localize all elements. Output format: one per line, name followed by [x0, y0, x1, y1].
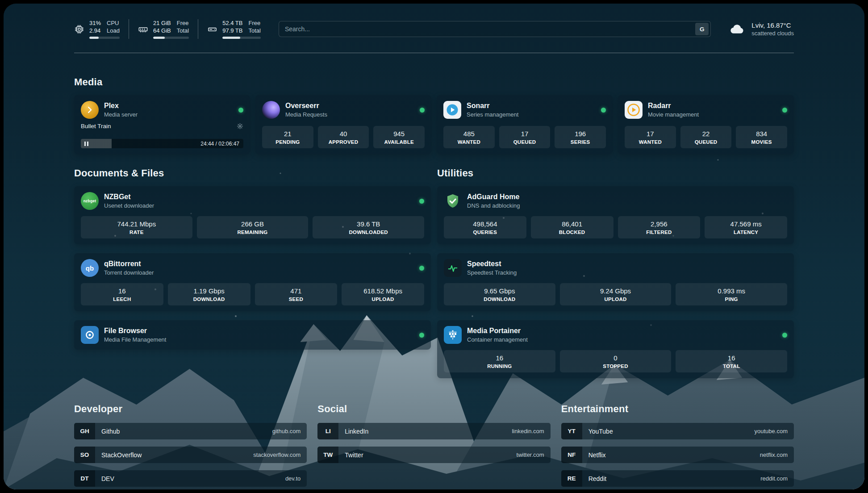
status-dot [782, 108, 787, 113]
stat-box: 1.19 Gbps DOWNLOAD [168, 283, 250, 305]
stat-box: 0.993 ms PING [676, 283, 787, 305]
playback-time: 24:44 / 02:06:47 [200, 141, 239, 147]
app-card-qbittorrent[interactable]: qb qBittorrent Torrent downloader 16 [74, 253, 431, 311]
stat-value: 0.993 ms [677, 287, 785, 295]
app-card-filebrowser[interactable]: File Browser Media File Management [74, 320, 431, 350]
app-name: Radarr [648, 102, 699, 110]
app-name: Sonarr [467, 102, 518, 110]
bookmark-abbr: RE [561, 470, 582, 487]
stat-label: TOTAL [677, 363, 785, 369]
gear-icon[interactable] [237, 123, 243, 130]
bookmark-abbr: SO [74, 447, 95, 463]
app-description: Media server [104, 111, 138, 118]
stat-value: 2,956 [620, 220, 699, 228]
media-section-title: Media [74, 76, 794, 88]
bookmark-linkedin[interactable]: LI LinkedIn linkedin.com [317, 423, 550, 439]
stat-label: RUNNING [446, 363, 554, 369]
overseerr-icon [262, 101, 280, 119]
stat-label: DOWNLOAD [446, 297, 554, 302]
bookmark-url: linkedin.com [512, 428, 544, 435]
search-engine-button[interactable]: G [695, 23, 709, 35]
app-card-portainer[interactable]: Media Portainer Container management 16 … [437, 320, 794, 378]
bookmark-name: Netflix [588, 451, 606, 459]
status-dot [782, 333, 787, 338]
status-dot [420, 108, 425, 113]
status-dot [419, 266, 424, 271]
stat-box: 834 MOVIES [736, 126, 787, 148]
stat-box: 471 SEED [255, 283, 338, 305]
cloud-icon [729, 21, 746, 38]
bookmark-github[interactable]: GH Github github.com [74, 423, 307, 439]
stat-box: 16 TOTAL [676, 350, 787, 372]
app-name: Overseerr [285, 102, 327, 110]
bookmark-name: DEV [101, 475, 114, 482]
bookmark-netflix[interactable]: NF Netflix netflix.com [561, 447, 794, 463]
stat-label: UPLOAD [343, 297, 422, 302]
stat-box: 9.24 Gbps UPLOAD [560, 283, 672, 305]
stat-label: PENDING [264, 139, 312, 145]
stat-box: 744.21 Mbps RATE [81, 216, 192, 238]
stat-value: 39.6 TB [314, 220, 422, 228]
cpu-load-label: Load [107, 27, 120, 34]
stat-value: 1.19 Gbps [170, 287, 249, 295]
radarr-icon [625, 101, 643, 119]
app-description: Series management [467, 111, 518, 118]
stat-label: APPROVED [320, 139, 367, 145]
stat-box: 22 QUEUED [680, 126, 732, 148]
plex-progress-bar[interactable]: 24:44 / 02:06:47 [81, 139, 243, 148]
developer-section-title: Developer [74, 403, 307, 415]
bookmark-abbr: NF [561, 447, 582, 463]
stat-box: 266 GB REMAINING [197, 216, 309, 238]
bookmark-url: youtube.com [755, 428, 788, 435]
bookmark-dev[interactable]: DT DEV dev.to [74, 470, 307, 487]
system-widgets: 31% 2.94 CPU Load [74, 19, 261, 39]
hdd-icon [207, 24, 217, 34]
stat-label: SEED [257, 297, 336, 302]
weather-widget[interactable]: Lviv, 16.87°C scattered clouds [729, 21, 794, 38]
bookmark-reddit[interactable]: RE Reddit reddit.com [561, 470, 794, 487]
cpu-progress-bar [89, 37, 120, 39]
bookmark-url: dev.to [285, 475, 300, 482]
stat-label: QUEUED [501, 139, 549, 145]
status-dot [601, 108, 606, 113]
bookmark-group-developer: Developer GH Github github.com SO StackO… [74, 403, 307, 487]
plex-icon [81, 101, 99, 119]
stat-box: 47.569 ms LATENCY [705, 216, 787, 238]
top-bar: 31% 2.94 CPU Load [74, 17, 794, 41]
app-card-plex[interactable]: Plex Media server Bullet Train [74, 95, 250, 154]
app-description: DNS and adblocking [467, 202, 520, 209]
ram-total-label: Total [177, 27, 189, 34]
status-dot [419, 333, 424, 338]
stat-value: 485 [445, 130, 493, 138]
pause-button[interactable] [84, 142, 88, 146]
stat-value: 9.24 Gbps [562, 287, 670, 295]
search-bar[interactable]: G [279, 21, 711, 37]
app-card-overseerr[interactable]: Overseerr Media Requests 21 PENDING 40 A… [255, 95, 431, 154]
bookmark-group-entertainment: Entertainment YT YouTube youtube.com NF … [561, 403, 794, 487]
stat-value: 744.21 Mbps [83, 220, 191, 228]
stat-value: 21 [264, 130, 312, 138]
stat-label: LATENCY [706, 230, 785, 235]
stat-box: 0 STOPPED [560, 350, 672, 372]
bookmark-stackoverflow[interactable]: SO StackOverflow stackoverflow.com [74, 447, 307, 463]
stat-label: MOVIES [738, 139, 785, 145]
bookmark-name: YouTube [588, 428, 613, 435]
stat-value: 16 [677, 354, 785, 362]
stat-label: FILTERED [620, 230, 699, 235]
bookmark-youtube[interactable]: YT YouTube youtube.com [561, 423, 794, 439]
filebrowser-icon [81, 326, 99, 344]
cpu-usage-value: 31% [89, 19, 101, 27]
stat-box: 9.65 Gbps DOWNLOAD [444, 283, 555, 305]
app-card-speedtest[interactable]: Speedtest Speedtest Tracking 9.65 Gbps D… [437, 253, 794, 311]
app-card-nzbget[interactable]: nzbget NZBGet Usenet downloader 744.21 M… [74, 186, 431, 244]
stat-value: 47.569 ms [706, 220, 785, 228]
app-card-sonarr[interactable]: Sonarr Series management 485 WANTED 17 Q… [437, 95, 613, 154]
app-card-radarr[interactable]: Radarr Movie management 17 WANTED 22 QUE… [618, 95, 794, 154]
stat-value: 16 [83, 287, 162, 295]
stat-value: 618.52 Mbps [343, 287, 422, 295]
stat-box: 196 SERIES [555, 126, 606, 148]
bookmark-twitter[interactable]: TW Twitter twitter.com [317, 447, 550, 463]
bookmark-name: Github [101, 428, 120, 435]
app-card-adguard[interactable]: AdGuard Home DNS and adblocking 498,564 … [437, 186, 794, 244]
search-input[interactable] [285, 25, 695, 33]
